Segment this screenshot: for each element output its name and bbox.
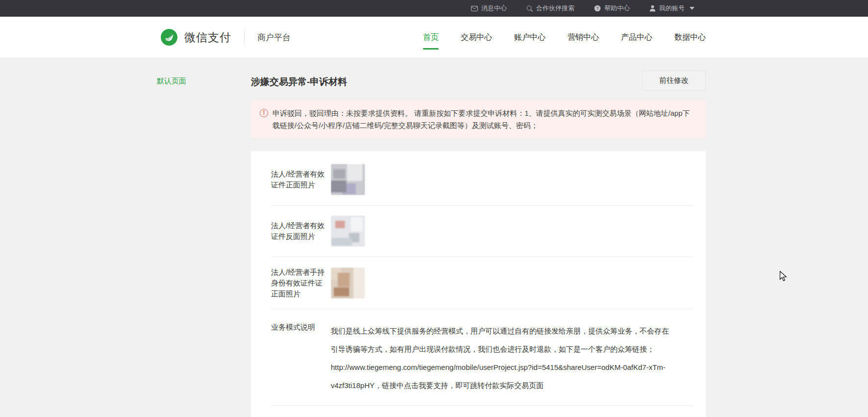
business-model-description: 我们是线上众筹线下提供服务的经营模式，用户可以通过自有的链接发给亲朋，提供众筹业… <box>331 322 669 394</box>
account-icon <box>649 5 656 12</box>
wechat-pay-logo-icon <box>160 28 178 46</box>
description-line-url: http://www.tiegemeng.com/tiegemeng/mobil… <box>331 358 669 376</box>
header: 微信支付 商户平台 首页 交易中心 账户中心 营销中心 产品中心 数据中心 <box>0 17 868 58</box>
svg-text:?: ? <box>596 6 598 11</box>
rejection-alert: ! 申诉驳回，驳回理由：未按要求提供资料。 请重新按如下要求提交申诉材料：1、请… <box>251 101 706 138</box>
main-panel: 涉嫌交易异常-申诉材料 前往修改 ! 申诉驳回，驳回理由：未按要求提供资料。 请… <box>251 59 706 417</box>
blurred-photo <box>331 215 365 247</box>
nav-trade-center[interactable]: 交易中心 <box>461 17 492 58</box>
row-business-model: 业务模式说明 我们是线上众筹线下提供服务的经营模式，用户可以通过自有的链接发给亲… <box>271 310 694 406</box>
topbar-help-center[interactable]: ? 帮助中心 <box>594 0 630 17</box>
row-handheld-id-photo: 法人/经营者手持身份有效证件证正面照片 <box>271 257 694 310</box>
alert-text: 申诉驳回，驳回理由：未按要求提供资料。 请重新按如下要求提交申诉材料：1、请提供… <box>273 107 697 131</box>
message-icon <box>471 6 478 11</box>
topbar-message-center[interactable]: 消息中心 <box>471 0 507 17</box>
blurred-photo <box>331 267 365 299</box>
topbar-my-account[interactable]: 我的账号 <box>649 0 694 17</box>
portal-name: 商户平台 <box>257 32 291 43</box>
id-back-photo-thumbnail[interactable] <box>331 215 365 247</box>
nav-marketing-center[interactable]: 营销中心 <box>568 17 599 58</box>
header-divider <box>244 30 245 44</box>
brand-name: 微信支付 <box>184 30 231 45</box>
caret-down-icon <box>690 7 694 10</box>
row-label: 法人/经营者手持身份有效证件证正面照片 <box>271 267 331 299</box>
id-front-photo-thumbnail[interactable] <box>331 164 365 195</box>
topbar-partner-search[interactable]: 合作伙伴搜索 <box>526 0 574 17</box>
page-title: 涉嫌交易异常-申诉材料 <box>251 76 706 88</box>
warning-circle-icon: ! <box>260 109 268 117</box>
nav-home[interactable]: 首页 <box>423 17 439 58</box>
topbar: 消息中心 合作伙伴搜索 ? 帮助中心 我的账号 <box>0 0 868 17</box>
handheld-id-photo-thumbnail[interactable] <box>331 267 365 299</box>
topbar-item-label: 我的账号 <box>659 4 685 13</box>
topbar-item-label: 帮助中心 <box>604 4 630 13</box>
main-nav: 首页 交易中心 账户中心 营销中心 产品中心 数据中心 <box>423 17 706 58</box>
materials-card: 法人/经营者有效证件正面照片 法人/经营者有效证件反面照片 法人/经营者手持身份… <box>251 151 706 417</box>
content: 默认页面 涉嫌交易异常-申诉材料 前往修改 ! 申诉驳回，驳回理由：未按要求提供… <box>0 59 868 417</box>
description-line: 我们是线上众筹线下提供服务的经营模式，用户可以通过自有的链接发给亲朋，提供众筹业… <box>331 322 669 340</box>
nav-product-center[interactable]: 产品中心 <box>621 17 652 58</box>
sidebar-item-default-page[interactable]: 默认页面 <box>157 77 186 86</box>
title-row: 涉嫌交易异常-申诉材料 前往修改 <box>251 59 706 88</box>
row-business-scene: 经营场景 线上经营 <box>271 406 694 417</box>
description-line: v4zf3ti18pHY，链接中点击我要支持，即可跳转付款实际交易页面 <box>331 376 669 394</box>
row-label: 法人/经营者有效证件正面照片 <box>271 169 331 190</box>
nav-data-center[interactable]: 数据中心 <box>674 17 706 58</box>
brand[interactable]: 微信支付 <box>160 28 231 46</box>
topbar-item-label: 合作伙伴搜索 <box>536 4 574 13</box>
nav-account-center[interactable]: 账户中心 <box>514 17 546 58</box>
topbar-item-label: 消息中心 <box>481 4 507 13</box>
row-id-back-photo: 法人/经营者有效证件反面照片 <box>271 206 694 257</box>
row-label: 业务模式说明 <box>271 322 331 333</box>
help-icon: ? <box>594 5 601 12</box>
row-id-front-photo: 法人/经营者有效证件正面照片 <box>271 154 694 206</box>
description-line: 引导诱骗等方式，如有用户出现误付款情况，我们也会进行及时退款，如下是一个客户的众… <box>331 340 669 358</box>
row-label: 法人/经营者有效证件反面照片 <box>271 220 331 242</box>
partner-search-icon <box>526 5 533 12</box>
blurred-photo <box>331 164 365 195</box>
go-modify-button[interactable]: 前往修改 <box>642 71 706 90</box>
